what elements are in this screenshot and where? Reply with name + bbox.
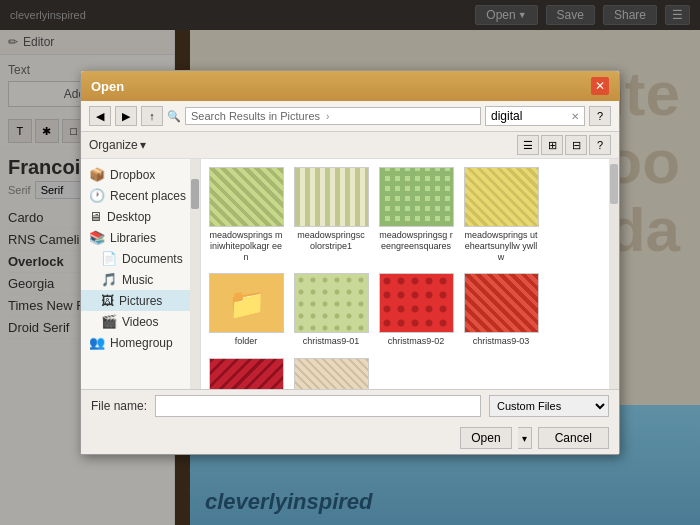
view-details-button[interactable]: ⊟ <box>565 135 587 155</box>
libraries-icon: 📚 <box>89 230 105 245</box>
file-item-meadowspringsc-olors[interactable]: meadowspringsc olorstripe1 <box>291 164 371 265</box>
address-path[interactable]: Search Results in Pictures › <box>185 107 481 125</box>
music-icon: 🎵 <box>101 272 117 287</box>
tree-item-label: Libraries <box>110 231 156 245</box>
dialog-filename-row: File name: Custom Files All Files <box>81 389 619 422</box>
dialog-action-row: Open ▾ Cancel <box>81 422 619 454</box>
organize-arrow: ▾ <box>140 138 146 152</box>
file-name-label: meadowsprings miniwhitepolkagr een <box>209 230 283 262</box>
sidebar-scrollbar-thumb <box>191 179 199 209</box>
back-button[interactable]: ◀ <box>89 106 111 126</box>
dialog-toolbar-row: Organize ▾ ☰ ⊞ ⊟ ? <box>81 132 619 159</box>
dialog-close-button[interactable]: ✕ <box>591 77 609 95</box>
cancel-button[interactable]: Cancel <box>538 427 609 449</box>
view-buttons: ☰ ⊞ ⊟ ? <box>517 135 611 155</box>
sidebar-scrollbar-track[interactable] <box>190 159 200 389</box>
open-main-button[interactable]: Open <box>460 427 511 449</box>
file-thumbnail <box>464 273 539 333</box>
tree-item-dropbox[interactable]: 📦Dropbox <box>81 164 200 185</box>
file-thumbnail <box>379 167 454 227</box>
tree-item-label: Music <box>122 273 153 287</box>
help-button[interactable]: ? <box>589 106 611 126</box>
address-path-text: Search Results in Pictures <box>191 110 320 122</box>
tree-item-videos[interactable]: 🎬Videos <box>81 311 200 332</box>
file-name-label: christmas9-02 <box>388 336 445 347</box>
file-grid: meadowsprings miniwhitepolkagr eenmeadow… <box>206 164 614 389</box>
file-name-label: christmas9-01 <box>303 336 360 347</box>
dialog-body: 📦Dropbox🕐Recent places🖥Desktop📚Libraries… <box>81 159 619 389</box>
file-thumbnail <box>294 167 369 227</box>
file-name-label: folder <box>235 336 258 347</box>
tree-item-music[interactable]: 🎵Music <box>81 269 200 290</box>
search-box[interactable]: ✕ <box>485 106 585 126</box>
file-item-christmas9-01[interactable]: christmas9-01 <box>291 270 371 350</box>
dialog-tree-sidebar: 📦Dropbox🕐Recent places🖥Desktop📚Libraries… <box>81 159 201 389</box>
videos-icon: 🎬 <box>101 314 117 329</box>
tree-item-homegroup[interactable]: 👥Homegroup <box>81 332 200 353</box>
tree-item-pictures[interactable]: 🖼Pictures <box>81 290 200 311</box>
file-item-christmas9-05[interactable]: christmas9-05 <box>291 355 371 389</box>
tree-item-label: Recent places <box>110 189 186 203</box>
file-item-meadowsprings-miniwh[interactable]: meadowsprings miniwhitepolkagr een <box>206 164 286 265</box>
file-thumbnail <box>294 273 369 333</box>
file-name-label: meadowspringsg reengreensquares <box>379 230 453 252</box>
file-item-folder[interactable]: 📁folder <box>206 270 286 350</box>
filename-input[interactable] <box>155 395 481 417</box>
search-input[interactable] <box>491 109 546 123</box>
file-thumbnail <box>464 167 539 227</box>
tree-item-libraries[interactable]: 📚Libraries <box>81 227 200 248</box>
tree-item-documents[interactable]: 📄Documents <box>81 248 200 269</box>
recent-icon: 🕐 <box>89 188 105 203</box>
up-button[interactable]: ↑ <box>141 106 163 126</box>
file-thumbnail <box>209 167 284 227</box>
file-item-christmas9-04[interactable]: christmas9-04 <box>206 355 286 389</box>
tree-item-desktop[interactable]: 🖥Desktop <box>81 206 200 227</box>
file-item-christmas9-03[interactable]: christmas9-03 <box>461 270 541 350</box>
tree-item-label: Dropbox <box>110 168 155 182</box>
tree-item-label: Desktop <box>107 210 151 224</box>
file-thumbnail: 📁 <box>209 273 284 333</box>
file-thumbnail <box>379 273 454 333</box>
tree-item-recent-places[interactable]: 🕐Recent places <box>81 185 200 206</box>
filename-label: File name: <box>91 399 147 413</box>
tree-list: 📦Dropbox🕐Recent places🖥Desktop📚Libraries… <box>81 164 200 353</box>
dialog-file-area: meadowsprings miniwhitepolkagr eenmeadow… <box>201 159 619 389</box>
file-scrollbar-thumb <box>610 164 618 204</box>
organize-button[interactable]: Organize ▾ <box>89 138 146 152</box>
file-item-meadowspringsg-reeng[interactable]: meadowspringsg reengreensquares <box>376 164 456 265</box>
address-arrow: › <box>326 111 329 122</box>
search-icon: 🔍 <box>167 110 181 123</box>
file-name-label: meadowspringsc olorstripe1 <box>294 230 368 252</box>
dropbox-icon: 📦 <box>89 167 105 182</box>
dialog-titlebar: Open ✕ <box>81 71 619 101</box>
homegroup-icon: 👥 <box>89 335 105 350</box>
view-grid-button[interactable]: ⊞ <box>541 135 563 155</box>
tree-item-label: Videos <box>122 315 158 329</box>
file-item-meadowsprings-utehea[interactable]: meadowsprings uteheartsunyllw ywllw <box>461 164 541 265</box>
search-clear-icon[interactable]: ✕ <box>571 111 579 122</box>
file-thumbnail <box>209 358 284 389</box>
file-name-label: meadowsprings uteheartsunyllw ywllw <box>464 230 538 262</box>
dialog-overlay: Open ✕ ◀ ▶ ↑ 🔍 Search Results in Picture… <box>0 0 700 525</box>
help-info-button[interactable]: ? <box>589 135 611 155</box>
file-thumbnail <box>294 358 369 389</box>
file-scrollbar[interactable] <box>609 159 619 389</box>
open-dialog: Open ✕ ◀ ▶ ↑ 🔍 Search Results in Picture… <box>80 70 620 455</box>
view-list-button[interactable]: ☰ <box>517 135 539 155</box>
tree-item-label: Pictures <box>119 294 162 308</box>
file-item-christmas9-02[interactable]: christmas9-02 <box>376 270 456 350</box>
pictures-icon: 🖼 <box>101 293 114 308</box>
tree-item-label: Documents <box>122 252 183 266</box>
tree-item-label: Homegroup <box>110 336 173 350</box>
dialog-addressbar: ◀ ▶ ↑ 🔍 Search Results in Pictures › ✕ ? <box>81 101 619 132</box>
open-dropdown-button[interactable]: ▾ <box>518 427 532 449</box>
forward-button[interactable]: ▶ <box>115 106 137 126</box>
dialog-title: Open <box>91 79 124 94</box>
desktop-icon: 🖥 <box>89 209 102 224</box>
documents-icon: 📄 <box>101 251 117 266</box>
file-name-label: christmas9-03 <box>473 336 530 347</box>
filetype-select[interactable]: Custom Files All Files <box>489 395 609 417</box>
